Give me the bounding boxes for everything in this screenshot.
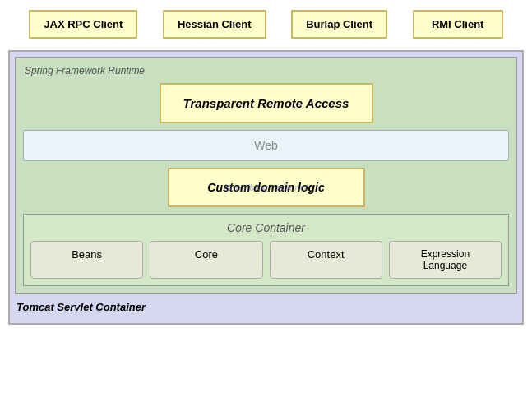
- tomcat-servlet-container: Spring Framework Runtime Transparent Rem…: [8, 50, 524, 325]
- jax-rpc-client-label: JAX RPC Client: [44, 18, 123, 30]
- core-label: Core: [195, 248, 218, 261]
- custom-domain-logic-box: http://blog.csdn.net Custom domain logic: [168, 168, 365, 207]
- spring-framework-label: Spring Framework Runtime: [23, 65, 509, 76]
- transparent-remote-access-box: Transparent Remote Access: [160, 83, 373, 123]
- client-boxes-row: JAX RPC Client Hessian Client Burlap Cli…: [0, 0, 532, 47]
- custom-domain-logic-label: Custom domain logic: [207, 181, 324, 194]
- tomcat-label: Tomcat Servlet Container: [15, 299, 517, 318]
- rmi-client-box: RMI Client: [413, 10, 503, 39]
- hessian-client-box: Hessian Client: [163, 10, 266, 39]
- core-items-row: Beans Core Context ExpressionLanguage: [30, 241, 502, 279]
- context-item: Context: [270, 241, 382, 279]
- web-label: Web: [254, 139, 278, 152]
- jax-rpc-client-box: JAX RPC Client: [29, 10, 137, 39]
- hessian-client-label: Hessian Client: [178, 18, 252, 30]
- expression-language-item: ExpressionLanguage: [389, 241, 502, 279]
- burlap-client-label: Burlap Client: [306, 18, 372, 30]
- expression-language-label: ExpressionLanguage: [421, 248, 470, 271]
- beans-item: Beans: [30, 241, 143, 279]
- beans-label: Beans: [72, 248, 102, 261]
- transparent-remote-access-label: Transparent Remote Access: [183, 96, 349, 110]
- context-label: Context: [308, 248, 345, 261]
- core-item: Core: [150, 241, 262, 279]
- core-container-label: Core Container: [30, 221, 502, 234]
- rmi-client-label: RMI Client: [432, 18, 484, 30]
- web-box: Web: [23, 130, 509, 161]
- core-container-section: Core Container Beans Core Context Expres…: [23, 214, 509, 286]
- burlap-client-box: Burlap Client: [291, 10, 387, 39]
- spring-framework-runtime: Spring Framework Runtime Transparent Rem…: [15, 57, 517, 294]
